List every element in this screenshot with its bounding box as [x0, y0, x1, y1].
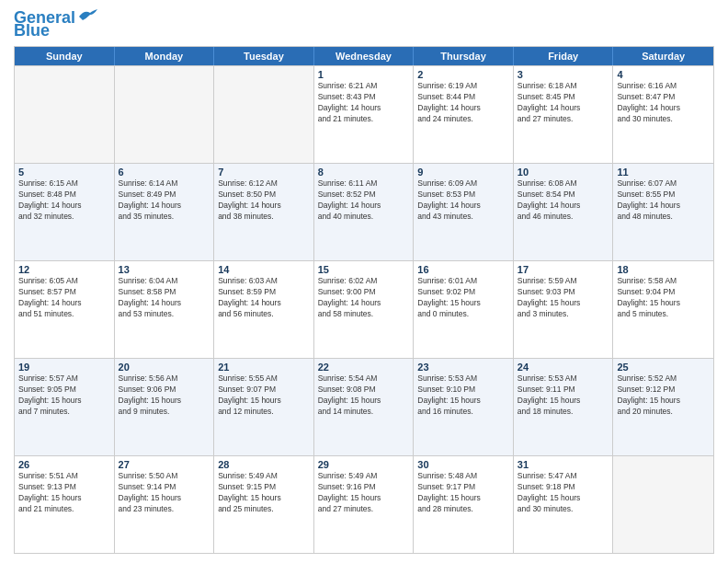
cell-text-line: Sunrise: 5:52 AM: [617, 373, 710, 385]
day-number: 29: [318, 459, 410, 470]
cell-text-line: Sunset: 8:54 PM: [518, 190, 609, 201]
calendar-cell-0-0: [15, 66, 115, 163]
cell-text-line: Sunrise: 6:01 AM: [417, 276, 509, 287]
cell-text-line: Daylight: 15 hours: [218, 396, 310, 407]
cell-text-line: Sunrise: 6:19 AM: [417, 81, 509, 92]
day-number: 15: [318, 264, 410, 275]
day-number: 16: [417, 264, 509, 275]
cell-text-line: Daylight: 14 hours: [218, 201, 310, 212]
cell-text-line: and 27 minutes.: [518, 114, 609, 125]
cell-text-line: Sunrise: 5:47 AM: [518, 471, 609, 482]
cell-text-line: Sunset: 8:53 PM: [417, 190, 509, 201]
cell-text-line: Daylight: 15 hours: [417, 298, 509, 309]
cell-text-line: and 20 minutes.: [617, 407, 710, 418]
calendar-cell-3-0: 19Sunrise: 5:57 AMSunset: 9:05 PMDayligh…: [15, 359, 115, 455]
cell-text-line: Daylight: 15 hours: [318, 493, 410, 504]
cell-text-line: Daylight: 14 hours: [318, 103, 410, 114]
calendar-cell-1-4: 9Sunrise: 6:09 AMSunset: 8:53 PMDaylight…: [414, 164, 514, 260]
cell-text-line: and 28 minutes.: [417, 504, 509, 515]
cell-text-line: Sunrise: 6:11 AM: [318, 178, 410, 190]
cell-text-line: Daylight: 15 hours: [18, 396, 110, 407]
calendar-cell-3-3: 22Sunrise: 5:54 AMSunset: 9:08 PMDayligh…: [314, 359, 415, 455]
day-header-thursday: Thursday: [414, 47, 514, 65]
cell-text-line: and 30 minutes.: [518, 504, 609, 515]
calendar-cell-1-1: 6Sunrise: 6:14 AMSunset: 8:49 PMDaylight…: [115, 164, 215, 260]
cell-text-line: Daylight: 15 hours: [417, 396, 509, 407]
cell-text-line: Daylight: 15 hours: [417, 493, 509, 504]
cell-text-line: Sunrise: 6:15 AM: [18, 178, 110, 190]
cell-text-line: Sunrise: 5:54 AM: [318, 373, 410, 385]
calendar-row-0: 1Sunrise: 6:21 AMSunset: 8:43 PMDaylight…: [15, 65, 713, 163]
calendar-cell-0-2: [214, 66, 314, 163]
calendar-cell-4-5: 31Sunrise: 5:47 AMSunset: 9:18 PMDayligh…: [514, 456, 614, 553]
calendar-cell-3-5: 24Sunrise: 5:53 AMSunset: 9:11 PMDayligh…: [514, 359, 614, 455]
cell-text-line: Daylight: 14 hours: [318, 298, 410, 309]
page: General Blue SundayMondayTuesdayWednesda…: [0, 0, 728, 563]
cell-text-line: Sunset: 8:44 PM: [417, 92, 509, 103]
cell-text-line: Sunset: 8:48 PM: [18, 190, 110, 201]
calendar-cell-3-1: 20Sunrise: 5:56 AMSunset: 9:06 PMDayligh…: [115, 359, 215, 455]
cell-text-line: Sunset: 9:02 PM: [417, 287, 509, 298]
cell-text-line: Sunrise: 6:07 AM: [617, 178, 710, 190]
day-number: 28: [218, 459, 310, 470]
day-number: 4: [617, 69, 710, 80]
cell-text-line: Sunset: 8:58 PM: [119, 287, 210, 298]
cell-text-line: Sunrise: 5:53 AM: [518, 373, 609, 385]
cell-text-line: Sunset: 8:43 PM: [318, 92, 410, 103]
calendar-cell-3-6: 25Sunrise: 5:52 AMSunset: 9:12 PMDayligh…: [613, 359, 713, 455]
calendar-cell-2-0: 12Sunrise: 6:05 AMSunset: 8:57 PMDayligh…: [15, 261, 115, 358]
cell-text-line: Sunset: 8:59 PM: [218, 287, 310, 298]
cell-text-line: Sunset: 9:10 PM: [417, 385, 509, 396]
cell-text-line: Daylight: 14 hours: [617, 103, 710, 114]
cell-text-line: and 43 minutes.: [417, 212, 509, 223]
cell-text-line: Daylight: 15 hours: [518, 298, 609, 309]
cell-text-line: and 25 minutes.: [218, 504, 310, 515]
day-number: 8: [318, 167, 410, 178]
day-number: 25: [617, 362, 710, 373]
day-number: 6: [119, 167, 210, 178]
day-number: 24: [518, 362, 609, 373]
cell-text-line: Sunset: 8:47 PM: [617, 92, 710, 103]
logo-bird-icon: [77, 7, 97, 24]
cell-text-line: and 21 minutes.: [18, 504, 110, 515]
day-header-saturday: Saturday: [613, 47, 713, 65]
cell-text-line: and 24 minutes.: [417, 114, 509, 125]
day-number: 5: [18, 167, 110, 178]
cell-text-line: Sunset: 8:57 PM: [18, 287, 110, 298]
day-number: 7: [218, 167, 310, 178]
cell-text-line: and 7 minutes.: [18, 407, 110, 418]
calendar-cell-1-2: 7Sunrise: 6:12 AMSunset: 8:50 PMDaylight…: [214, 164, 314, 260]
cell-text-line: Daylight: 15 hours: [119, 396, 210, 407]
cell-text-line: and 21 minutes.: [318, 114, 410, 125]
cell-text-line: Daylight: 14 hours: [119, 201, 210, 212]
day-header-monday: Monday: [115, 47, 215, 65]
cell-text-line: and 38 minutes.: [218, 212, 310, 223]
cell-text-line: Daylight: 14 hours: [417, 201, 509, 212]
cell-text-line: Daylight: 15 hours: [617, 396, 710, 407]
calendar-cell-0-5: 3Sunrise: 6:18 AMSunset: 8:45 PMDaylight…: [514, 66, 614, 163]
cell-text-line: Daylight: 15 hours: [518, 396, 609, 407]
cell-text-line: and 56 minutes.: [218, 309, 310, 320]
calendar-cell-3-4: 23Sunrise: 5:53 AMSunset: 9:10 PMDayligh…: [414, 359, 514, 455]
cell-text-line: Sunrise: 5:50 AM: [119, 471, 210, 482]
calendar-cell-2-5: 17Sunrise: 5:59 AMSunset: 9:03 PMDayligh…: [514, 261, 614, 358]
logo-blue: Blue: [14, 22, 50, 39]
cell-text-line: Sunset: 9:05 PM: [18, 385, 110, 396]
calendar-cell-0-6: 4Sunrise: 6:16 AMSunset: 8:47 PMDaylight…: [613, 66, 713, 163]
cell-text-line: Sunset: 9:00 PM: [318, 287, 410, 298]
logo: General Blue: [14, 9, 97, 39]
day-number: 26: [18, 459, 110, 470]
day-header-friday: Friday: [514, 47, 614, 65]
calendar-cell-2-6: 18Sunrise: 5:58 AMSunset: 9:04 PMDayligh…: [613, 261, 713, 358]
cell-text-line: Sunset: 9:03 PM: [518, 287, 609, 298]
cell-text-line: Sunrise: 5:55 AM: [218, 373, 310, 385]
day-number: 9: [417, 167, 509, 178]
calendar: SundayMondayTuesdayWednesdayThursdayFrid…: [14, 46, 714, 554]
cell-text-line: Sunrise: 5:59 AM: [518, 276, 609, 287]
calendar-body: 1Sunrise: 6:21 AMSunset: 8:43 PMDaylight…: [15, 65, 713, 553]
cell-text-line: Daylight: 14 hours: [518, 103, 609, 114]
cell-text-line: Sunset: 9:14 PM: [119, 482, 210, 493]
day-number: 30: [417, 459, 509, 470]
cell-text-line: Sunrise: 6:18 AM: [518, 81, 609, 92]
day-number: 10: [518, 167, 609, 178]
